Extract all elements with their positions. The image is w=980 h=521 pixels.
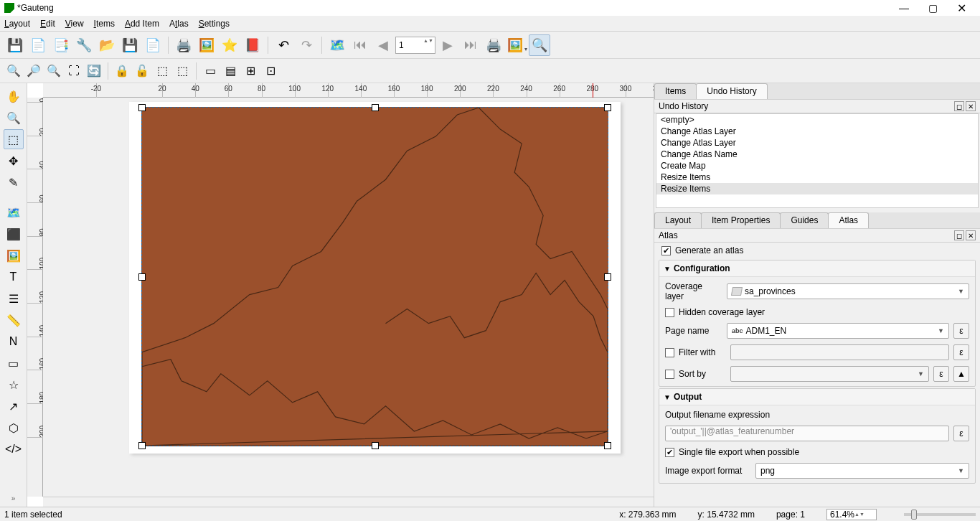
undo-item[interactable]: Create Map	[656, 160, 978, 172]
duplicate-layout-icon[interactable]: 📑	[50, 34, 72, 56]
align-left-icon[interactable]: ▤	[221, 62, 240, 80]
single-file-row[interactable]: ✔ Single file export when possible	[665, 447, 969, 457]
hidden-coverage-row[interactable]: Hidden coverage layer	[665, 307, 969, 317]
viewport[interactable]	[43, 98, 654, 497]
add-north-arrow-icon[interactable]: N	[4, 332, 24, 352]
new-layout-icon[interactable]: 📄	[27, 34, 49, 56]
add-nodes-icon[interactable]: ⬡	[4, 418, 24, 438]
generate-atlas-row[interactable]: ✔ Generate an atlas	[656, 243, 979, 258]
tab-atlas[interactable]: Atlas	[828, 212, 869, 228]
atlas-last-icon[interactable]: ⏭	[460, 34, 481, 56]
resize-handle[interactable]	[138, 442, 146, 449]
menu-view[interactable]: View	[65, 19, 84, 29]
atlas-next-icon[interactable]: ▶	[437, 34, 458, 56]
panel-close-icon[interactable]: ✕	[966, 230, 976, 240]
panel-float-icon[interactable]: ◻	[954, 230, 964, 240]
open-template-icon[interactable]: 📂	[96, 34, 118, 56]
layout-page[interactable]	[129, 102, 621, 454]
atlas-print-icon[interactable]: 🖨️	[483, 34, 504, 56]
atlas-preview-icon[interactable]: 🗺️	[326, 34, 348, 56]
add-3dmap-icon[interactable]: ⬛	[4, 224, 24, 244]
atlas-export-icon[interactable]: 🖼️	[506, 34, 527, 56]
expression-button[interactable]: ε	[933, 366, 949, 382]
tab-items[interactable]: Items	[654, 83, 697, 99]
filter-checkbox[interactable]	[665, 348, 674, 357]
add-html-icon[interactable]: </>	[4, 439, 24, 459]
resize-handle[interactable]	[604, 442, 611, 449]
sort-direction-button[interactable]: ▲	[953, 366, 969, 382]
print-icon[interactable]: 🖨️	[173, 34, 194, 56]
add-marker-icon[interactable]: ☆	[4, 375, 24, 395]
resize-handle[interactable]	[604, 273, 611, 281]
resize-handle[interactable]	[372, 104, 379, 111]
filter-input[interactable]	[730, 344, 949, 360]
undo-item[interactable]: <empty>	[656, 114, 978, 126]
save-icon[interactable]: 💾	[4, 34, 26, 56]
expression-button[interactable]: ε	[953, 426, 969, 441]
raise-icon[interactable]: ▭	[201, 62, 220, 80]
panel-close-icon[interactable]: ✕	[966, 101, 976, 111]
atlas-page-spin[interactable]: 1 ▲▼	[395, 37, 435, 54]
maximize-button[interactable]: ▢	[918, 0, 947, 16]
unlock-items-icon[interactable]: 🔓	[133, 62, 151, 80]
atlas-prev-icon[interactable]: ◀	[372, 34, 394, 56]
expression-button[interactable]: ε	[953, 344, 969, 360]
menu-atlas[interactable]: Atlas	[169, 19, 189, 29]
spin-arrows-icon[interactable]: ▲▼	[854, 512, 862, 517]
spin-arrows-icon[interactable]: ▲▼	[423, 37, 432, 53]
output-header[interactable]: ▼ Output	[659, 389, 975, 405]
add-scalebar-icon[interactable]: 📏	[4, 310, 24, 330]
add-picture-icon[interactable]: 🖼️	[4, 245, 24, 266]
undo-item[interactable]: Change Atlas Layer	[656, 126, 978, 137]
export-pdf-icon[interactable]: 📕	[242, 34, 263, 56]
add-shape-icon[interactable]: ▭	[4, 353, 24, 373]
zoom-out-icon[interactable]: 🔎	[24, 62, 43, 80]
zoom-actual-icon[interactable]: 🔍	[44, 62, 63, 80]
export-image-icon[interactable]: 🖼️	[196, 34, 217, 56]
select-tool-icon[interactable]: ⬚	[4, 129, 24, 149]
horizontal-scrollbar[interactable]	[43, 497, 654, 507]
resize-handle[interactable]	[372, 442, 379, 449]
tab-guides[interactable]: Guides	[780, 212, 829, 228]
ungroup-icon[interactable]: ⬚	[173, 62, 192, 80]
map-item[interactable]	[141, 107, 608, 446]
menu-layout[interactable]: Layout	[4, 19, 30, 29]
atlas-settings-icon[interactable]: 🔍	[529, 34, 550, 56]
coverage-layer-combo[interactable]: sa_provinces ▼	[727, 283, 969, 299]
group-icon[interactable]: ⬚	[153, 62, 171, 80]
lock-items-icon[interactable]: 🔒	[113, 62, 131, 80]
undo-item[interactable]: Resize Items	[656, 172, 978, 183]
add-page-icon[interactable]: 📄	[142, 34, 164, 56]
layout-canvas[interactable]: -202040608010012014016018020022024026028…	[27, 83, 654, 507]
refresh-icon[interactable]: 🔄	[85, 62, 103, 80]
tab-item-properties[interactable]: Item Properties	[701, 212, 781, 228]
close-button[interactable]: ✕	[947, 0, 976, 16]
sort-checkbox[interactable]	[665, 370, 674, 379]
add-legend-icon[interactable]: ☰	[4, 288, 24, 309]
redo-icon[interactable]: ↷	[296, 34, 317, 56]
menu-add-item[interactable]: Add Item	[125, 19, 159, 29]
configuration-header[interactable]: ▼ Configuration	[659, 260, 975, 277]
menu-settings[interactable]: Settings	[199, 19, 230, 29]
resize-handle[interactable]	[604, 104, 611, 111]
undo-item[interactable]: Change Atlas Name	[656, 149, 978, 160]
menu-edit[interactable]: Edit	[40, 19, 55, 29]
undo-item[interactable]: Change Atlas Layer	[656, 137, 978, 149]
resize-handle[interactable]	[138, 104, 146, 111]
expression-button[interactable]: ε	[953, 323, 969, 339]
pan-tool-icon[interactable]: ✋	[4, 86, 24, 106]
undo-icon[interactable]: ↶	[273, 34, 294, 56]
atlas-first-icon[interactable]: ⏮	[349, 34, 371, 56]
tab-layout[interactable]: Layout	[654, 212, 702, 228]
save-template-icon[interactable]: 💾	[119, 34, 141, 56]
edit-nodes-tool-icon[interactable]: ✎	[4, 172, 24, 192]
add-arrow-icon[interactable]: ↗	[4, 396, 24, 416]
zoom-full-icon[interactable]: ⛶	[65, 62, 83, 80]
export-svg-icon[interactable]: ⭐	[219, 34, 240, 56]
hidden-coverage-checkbox[interactable]	[665, 308, 674, 317]
zoom-tool-icon[interactable]: 🔍	[4, 108, 24, 128]
layout-manager-icon[interactable]: 🔧	[73, 34, 95, 56]
zoom-slider[interactable]	[904, 513, 976, 516]
tab-undo-history[interactable]: Undo History	[696, 83, 767, 99]
zoom-input[interactable]: 61.4% ▲▼	[826, 509, 877, 520]
